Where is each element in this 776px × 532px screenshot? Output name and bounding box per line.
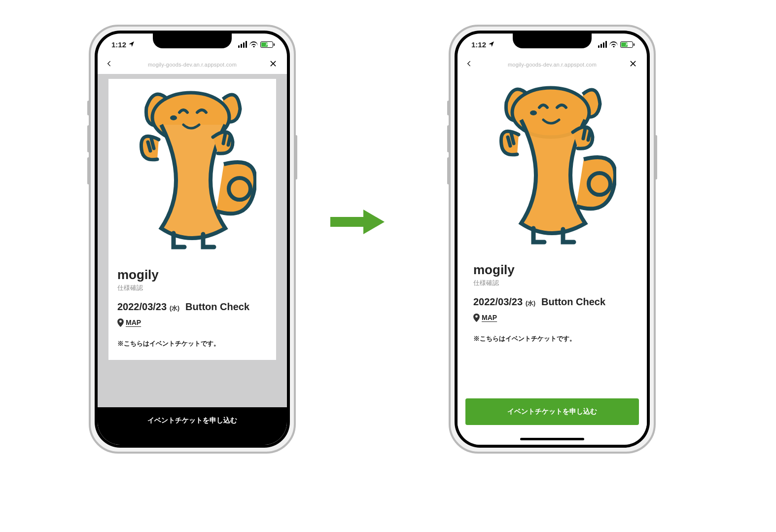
mascot-icon [128, 86, 256, 254]
side-button [87, 157, 90, 184]
battery-icon: ⚡︎ [620, 41, 633, 48]
svg-point-7 [475, 315, 478, 318]
brand-name: mogily [473, 262, 631, 278]
event-hero-image [464, 74, 640, 256]
event-date-row: 2022/03/23 (水) Button Check [117, 301, 267, 313]
side-button [87, 125, 90, 152]
event-date-row: 2022/03/23 (水) Button Check [473, 296, 631, 308]
back-icon[interactable] [106, 59, 115, 70]
side-button [655, 135, 657, 179]
browser-nav: mogily-goods-dev.an.r.appspot.com [98, 55, 287, 74]
spec-label: 仕様確認 [473, 279, 631, 287]
cta-label: イベントチケットを申し込む [507, 407, 597, 415]
phone-notch [153, 33, 232, 48]
phone-left: 1:12 ⚡︎ mogily-goods-dev.an.r.appspot.co… [89, 25, 296, 454]
event-card: mogily 仕様確認 2022/03/23 (水) Button Check … [108, 79, 276, 360]
side-button [447, 101, 450, 115]
event-date: 2022/03/23 [117, 301, 167, 313]
transition-arrow-icon [328, 207, 387, 237]
event-card: mogily 仕様確認 2022/03/23 (水) Button Check … [464, 74, 640, 355]
map-pin-icon [473, 314, 479, 321]
event-hero-image [108, 79, 276, 261]
wifi-icon [249, 41, 258, 47]
wifi-icon [609, 41, 618, 47]
mascot-icon [488, 81, 616, 249]
status-time: 1:12 [471, 40, 486, 49]
apply-ticket-button[interactable]: イベントチケットを申し込む [465, 398, 639, 425]
close-icon[interactable] [269, 60, 279, 70]
cta-label: イベントチケットを申し込む [147, 416, 237, 424]
page-body: mogily 仕様確認 2022/03/23 (水) Button Check … [458, 74, 647, 445]
spec-label: 仕様確認 [117, 284, 267, 292]
event-dow: (水) [170, 304, 179, 313]
side-button [87, 101, 90, 115]
location-arrow-icon [128, 40, 135, 49]
side-button [447, 157, 450, 184]
cell-signal-icon [598, 41, 607, 48]
battery-icon: ⚡︎ [260, 41, 273, 48]
home-indicator[interactable] [160, 438, 224, 440]
map-label: MAP [126, 319, 141, 326]
phone-notch [513, 33, 592, 48]
close-icon[interactable] [629, 60, 639, 70]
browser-nav: mogily-goods-dev.an.r.appspot.com [458, 55, 647, 74]
map-link[interactable]: MAP [473, 314, 631, 321]
cell-signal-icon [238, 41, 247, 48]
svg-point-2 [170, 115, 177, 120]
map-pin-icon [117, 319, 123, 326]
ticket-note: ※こちらはイベントチケットです。 [473, 334, 631, 343]
map-link[interactable]: MAP [117, 319, 267, 326]
event-title: Button Check [185, 301, 249, 313]
side-button [295, 135, 297, 179]
phone-right: 1:12 ⚡︎ mogily-goods-dev.an.r.appspot.co… [449, 25, 656, 454]
event-date: 2022/03/23 [473, 296, 523, 308]
event-dow: (水) [526, 299, 535, 308]
status-time: 1:12 [111, 40, 126, 49]
location-arrow-icon [488, 40, 494, 49]
side-button [447, 125, 450, 152]
event-title: Button Check [541, 296, 605, 308]
ticket-note: ※こちらはイベントチケットです。 [117, 339, 267, 348]
svg-point-3 [119, 320, 122, 322]
map-label: MAP [482, 314, 497, 321]
svg-point-6 [530, 110, 537, 115]
url-text: mogily-goods-dev.an.r.appspot.com [479, 62, 625, 68]
home-indicator[interactable] [520, 438, 584, 440]
url-text: mogily-goods-dev.an.r.appspot.com [119, 62, 265, 68]
back-icon[interactable] [465, 59, 475, 70]
brand-name: mogily [117, 267, 267, 283]
page-body: mogily 仕様確認 2022/03/23 (水) Button Check … [98, 74, 287, 445]
